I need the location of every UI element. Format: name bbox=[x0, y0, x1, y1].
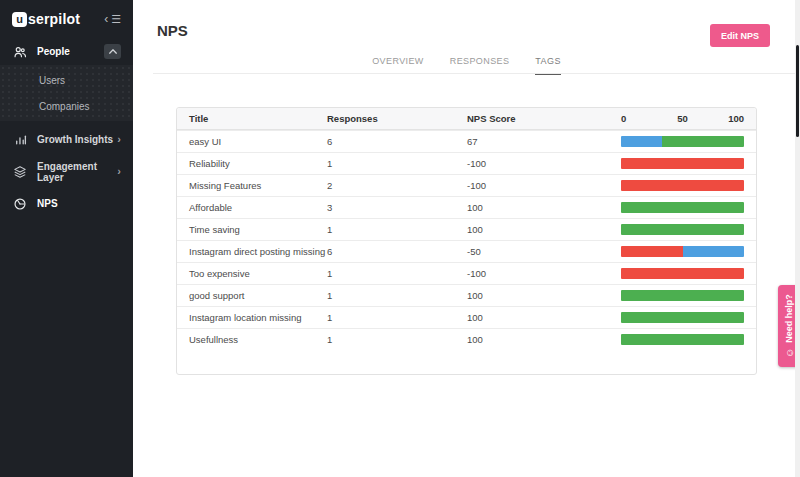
bar-segment-promoter bbox=[621, 202, 744, 213]
table-row[interactable]: Affordable 3 100 bbox=[177, 196, 756, 218]
nps-distribution-bar bbox=[621, 224, 744, 235]
chevron-right-icon: › bbox=[117, 166, 121, 177]
table-row[interactable]: Instagram location missing 1 100 bbox=[177, 306, 756, 328]
sidebar-collapse-button[interactable]: ‹ ☰ bbox=[104, 13, 121, 26]
tag-responses: 1 bbox=[327, 158, 467, 169]
bar-segment-detractor bbox=[621, 158, 744, 169]
tag-responses: 6 bbox=[327, 136, 467, 147]
logo: u serpilot ‹ ☰ bbox=[0, 0, 133, 38]
nps-distribution-bar bbox=[621, 268, 744, 279]
tag-title: Instagram direct posting missing bbox=[189, 246, 327, 257]
tag-nps-score: -50 bbox=[467, 246, 621, 257]
bar-segment-promoter bbox=[621, 290, 744, 301]
table-row[interactable]: good support 1 100 bbox=[177, 284, 756, 306]
tag-responses: 2 bbox=[327, 180, 467, 191]
table-row[interactable]: Missing Features 2 -100 bbox=[177, 174, 756, 196]
main-content: NPS Edit NPS OVERVIEW RESPONSES TAGS Tit… bbox=[133, 0, 800, 477]
sidebar-item-people[interactable]: People bbox=[0, 38, 133, 65]
chevron-left-icon: ‹ bbox=[104, 13, 108, 25]
bar-segment-passive bbox=[621, 136, 662, 147]
sidebar-item-label: Engagement Layer bbox=[37, 161, 117, 183]
tag-nps-score: 100 bbox=[467, 202, 621, 213]
tag-title: Instagram location missing bbox=[189, 312, 327, 323]
tag-title: Too expensive bbox=[189, 268, 327, 279]
bar-segment-detractor bbox=[621, 268, 744, 279]
page-title: NPS bbox=[157, 22, 188, 39]
sidebar-item-label: Growth Insights bbox=[37, 134, 113, 145]
sidebar: u serpilot ‹ ☰ People bbox=[0, 0, 133, 477]
table-row[interactable]: Time saving 1 100 bbox=[177, 218, 756, 240]
bar-segment-passive bbox=[683, 246, 745, 257]
tag-nps-score: -100 bbox=[467, 158, 621, 169]
tag-nps-score: 67 bbox=[467, 136, 621, 147]
nps-distribution-bar bbox=[621, 290, 744, 301]
sidebar-item-label: NPS bbox=[37, 198, 58, 209]
bar-segment-promoter bbox=[621, 334, 744, 345]
tag-nps-score: -100 bbox=[467, 268, 621, 279]
table-row[interactable]: easy UI 6 67 bbox=[177, 130, 756, 152]
sidebar-item-growth-insights[interactable]: Growth Insights › bbox=[0, 126, 133, 153]
tag-nps-score: -100 bbox=[467, 180, 621, 191]
smiley-icon: ☺ bbox=[784, 348, 795, 358]
need-help-label: Need help? bbox=[784, 294, 794, 343]
table-header-row: Title Responses NPS Score 0 50 100 bbox=[177, 108, 756, 130]
tag-responses: 3 bbox=[327, 202, 467, 213]
sidebar-item-nps[interactable]: NPS bbox=[0, 190, 133, 217]
column-header-nps-score: NPS Score bbox=[467, 113, 621, 124]
tab-divider bbox=[153, 73, 796, 74]
collapse-section-button[interactable] bbox=[104, 44, 121, 59]
tag-nps-score: 100 bbox=[467, 224, 621, 235]
scrollbar-thumb[interactable] bbox=[796, 45, 799, 137]
bar-segment-promoter bbox=[621, 312, 744, 323]
bar-segment-detractor bbox=[621, 180, 744, 191]
table-row[interactable]: Too expensive 1 -100 bbox=[177, 262, 756, 284]
table-body: easy UI 6 67 Reliability 1 -100 Missing … bbox=[177, 130, 756, 350]
sidebar-item-label: People bbox=[37, 46, 70, 57]
tag-responses: 1 bbox=[327, 268, 467, 279]
sidebar-item-label: Companies bbox=[39, 101, 90, 112]
nps-distribution-bar bbox=[621, 202, 744, 213]
people-submenu: Users Companies bbox=[0, 65, 133, 121]
tag-responses: 1 bbox=[327, 334, 467, 345]
tag-responses: 1 bbox=[327, 224, 467, 235]
app-window: u serpilot ‹ ☰ People bbox=[0, 0, 800, 477]
sidebar-item-users[interactable]: Users bbox=[0, 67, 133, 93]
bar-segment-promoter bbox=[662, 136, 744, 147]
column-header-responses: Responses bbox=[327, 113, 467, 124]
chevron-right-icon: › bbox=[117, 134, 121, 145]
tag-responses: 1 bbox=[327, 312, 467, 323]
nps-distribution-bar bbox=[621, 180, 744, 191]
tag-nps-score: 100 bbox=[467, 334, 621, 345]
edit-nps-button[interactable]: Edit NPS bbox=[710, 24, 770, 47]
tag-title: good support bbox=[189, 290, 327, 301]
layers-icon bbox=[12, 165, 28, 179]
table-row[interactable]: Reliability 1 -100 bbox=[177, 152, 756, 174]
tag-title: Affordable bbox=[189, 202, 327, 213]
nps-distribution-bar bbox=[621, 158, 744, 169]
sidebar-item-engagement-layer[interactable]: Engagement Layer › bbox=[0, 158, 133, 185]
tag-title: easy UI bbox=[189, 136, 327, 147]
tag-responses: 6 bbox=[327, 246, 467, 257]
people-icon bbox=[12, 45, 28, 59]
scale-max-label: 100 bbox=[728, 113, 744, 124]
nps-distribution-bar bbox=[621, 136, 744, 147]
tag-title: Usefullness bbox=[189, 334, 327, 345]
tag-nps-score: 100 bbox=[467, 312, 621, 323]
tag-title: Time saving bbox=[189, 224, 327, 235]
logo-icon: u bbox=[12, 12, 27, 27]
scale-mid-label: 50 bbox=[677, 113, 688, 124]
tags-table: Title Responses NPS Score 0 50 100 easy … bbox=[176, 107, 757, 375]
column-header-title: Title bbox=[189, 113, 327, 124]
nps-gauge-icon bbox=[12, 197, 28, 211]
bar-scale: 0 50 100 bbox=[621, 108, 744, 129]
nps-distribution-bar bbox=[621, 312, 744, 323]
scrollbar-track[interactable] bbox=[795, 0, 800, 477]
table-row[interactable]: Instagram direct posting missing 6 -50 bbox=[177, 240, 756, 262]
tag-responses: 1 bbox=[327, 290, 467, 301]
nps-distribution-bar bbox=[621, 246, 744, 257]
sidebar-item-companies[interactable]: Companies bbox=[0, 93, 133, 119]
sidebar-item-label: Users bbox=[39, 75, 65, 86]
table-row[interactable]: Usefullness 1 100 bbox=[177, 328, 756, 350]
tag-title: Reliability bbox=[189, 158, 327, 169]
nps-distribution-bar bbox=[621, 334, 744, 345]
